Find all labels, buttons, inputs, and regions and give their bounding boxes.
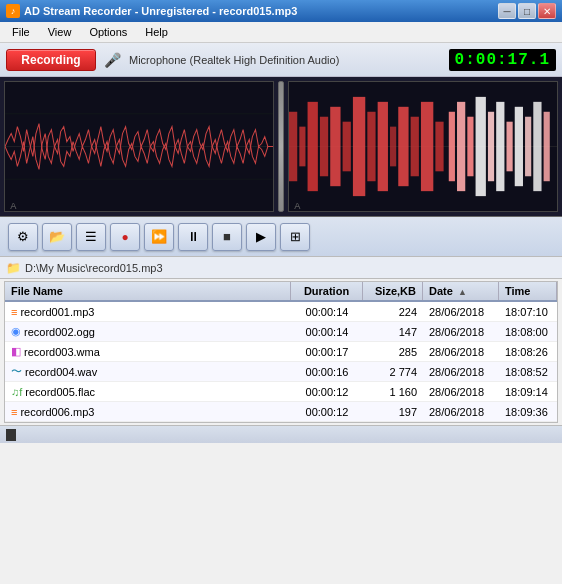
table-row[interactable]: 〜 record004.wav 00:00:16 2 774 28/06/201…: [5, 362, 557, 382]
settings-button[interactable]: ⚙: [8, 223, 38, 251]
time-display: 0:00:17.1: [449, 49, 556, 71]
svg-rect-9: [308, 102, 318, 191]
close-button[interactable]: ✕: [538, 3, 556, 19]
file-time-cell: 18:08:26: [499, 344, 557, 360]
mp3-icon: ≡: [11, 306, 17, 318]
svg-rect-30: [533, 102, 541, 191]
svg-rect-20: [435, 122, 443, 172]
table-row[interactable]: ◉ record002.ogg 00:00:14 147 28/06/2018 …: [5, 322, 557, 342]
file-date-cell: 28/06/2018: [423, 324, 499, 340]
file-time-cell: 18:09:14: [499, 384, 557, 400]
table-row[interactable]: ≡ record001.mp3 00:00:14 224 28/06/2018 …: [5, 302, 557, 322]
file-size-cell: 2 774: [363, 364, 423, 380]
svg-rect-22: [457, 102, 465, 191]
microphone-icon: 🎤: [104, 52, 121, 68]
play-button[interactable]: ▶: [246, 223, 276, 251]
svg-rect-23: [467, 117, 473, 177]
svg-rect-10: [320, 117, 328, 177]
file-name-cell: ◧ record003.wma: [5, 343, 291, 360]
svg-rect-8: [299, 127, 305, 167]
file-time-cell: 18:08:00: [499, 324, 557, 340]
svg-rect-18: [411, 117, 419, 177]
column-header-name[interactable]: File Name: [5, 282, 291, 300]
status-cursor: [6, 429, 16, 441]
svg-rect-29: [525, 117, 531, 177]
file-time-cell: 18:09:36: [499, 404, 557, 420]
table-row[interactable]: ≡ record006.mp3 00:00:12 197 28/06/2018 …: [5, 402, 557, 422]
svg-rect-12: [343, 122, 351, 172]
stop-button[interactable]: ■: [212, 223, 242, 251]
column-header-time[interactable]: Time: [499, 282, 557, 300]
recording-badge: Recording: [6, 49, 96, 71]
file-name-cell: 〜 record004.wav: [5, 362, 291, 381]
next-button[interactable]: ⏩: [144, 223, 174, 251]
ogg-icon: ◉: [11, 325, 21, 338]
mp3-icon: ≡: [11, 406, 17, 418]
grid-button[interactable]: ⊞: [280, 223, 310, 251]
file-time-cell: 18:08:52: [499, 364, 557, 380]
svg-rect-13: [353, 97, 365, 196]
file-path: D:\My Music\record015.mp3: [25, 262, 163, 274]
file-list: File Name Duration Size,KB Date ▲ Time ≡…: [4, 281, 558, 423]
open-button[interactable]: 📂: [42, 223, 72, 251]
svg-rect-15: [378, 102, 388, 191]
window-title: AD Stream Recorder - Unregistered - reco…: [24, 5, 297, 17]
record-button[interactable]: ●: [110, 223, 140, 251]
file-size-cell: 285: [363, 344, 423, 360]
file-date-cell: 28/06/2018: [423, 344, 499, 360]
toolbar-row: Recording 🎤 Microphone (Realtek High Def…: [0, 43, 562, 77]
menu-help[interactable]: Help: [137, 24, 176, 40]
svg-rect-7: [289, 112, 297, 181]
column-header-date[interactable]: Date ▲: [423, 282, 499, 300]
maximize-button[interactable]: □: [518, 3, 536, 19]
waveform-right: A: [288, 81, 558, 212]
file-name-cell: ≡ record001.mp3: [5, 304, 291, 320]
file-duration-cell: 00:00:14: [291, 304, 363, 320]
wma-icon: ◧: [11, 345, 21, 358]
svg-rect-27: [506, 122, 512, 172]
file-duration-cell: 00:00:16: [291, 364, 363, 380]
file-rows-container: ≡ record001.mp3 00:00:14 224 28/06/2018 …: [5, 302, 557, 422]
waveform-left: A: [4, 81, 274, 212]
title-bar-left: ♪ AD Stream Recorder - Unregistered - re…: [6, 4, 297, 18]
menu-view[interactable]: View: [40, 24, 80, 40]
sort-arrow: ▲: [458, 287, 467, 297]
flac-icon: ♫f: [11, 386, 22, 398]
title-bar-controls: ─ □ ✕: [498, 3, 556, 19]
column-header-size[interactable]: Size,KB: [363, 282, 423, 300]
table-row[interactable]: ◧ record003.wma 00:00:17 285 28/06/2018 …: [5, 342, 557, 362]
file-duration-cell: 00:00:12: [291, 384, 363, 400]
file-path-bar: 📁 D:\My Music\record015.mp3: [0, 257, 562, 279]
menu-file[interactable]: File: [4, 24, 38, 40]
file-size-cell: 1 160: [363, 384, 423, 400]
column-header-duration[interactable]: Duration: [291, 282, 363, 300]
svg-rect-16: [390, 127, 396, 167]
svg-rect-17: [398, 107, 408, 186]
folder-icon: 📁: [6, 261, 21, 275]
file-name-cell: ≡ record006.mp3: [5, 404, 291, 420]
menu-options[interactable]: Options: [81, 24, 135, 40]
waveform-area: A: [0, 77, 562, 217]
svg-rect-19: [421, 102, 433, 191]
wav-icon: 〜: [11, 364, 22, 379]
file-date-cell: 28/06/2018: [423, 364, 499, 380]
svg-rect-11: [330, 107, 340, 186]
svg-rect-31: [544, 112, 550, 181]
list-button[interactable]: ☰: [76, 223, 106, 251]
file-duration-cell: 00:00:12: [291, 404, 363, 420]
waveform-divider[interactable]: [278, 81, 284, 212]
file-size-cell: 224: [363, 304, 423, 320]
menu-bar: File View Options Help: [0, 22, 562, 43]
file-time-cell: 18:07:10: [499, 304, 557, 320]
file-date-cell: 28/06/2018: [423, 404, 499, 420]
file-name-cell: ♫f record005.flac: [5, 384, 291, 400]
minimize-button[interactable]: ─: [498, 3, 516, 19]
file-date-cell: 28/06/2018: [423, 384, 499, 400]
status-bar: [0, 425, 562, 443]
title-bar: ♪ AD Stream Recorder - Unregistered - re…: [0, 0, 562, 22]
file-size-cell: 147: [363, 324, 423, 340]
table-row[interactable]: ♫f record005.flac 00:00:12 1 160 28/06/2…: [5, 382, 557, 402]
file-duration-cell: 00:00:17: [291, 344, 363, 360]
svg-rect-24: [476, 97, 486, 196]
pause-button[interactable]: ⏸: [178, 223, 208, 251]
